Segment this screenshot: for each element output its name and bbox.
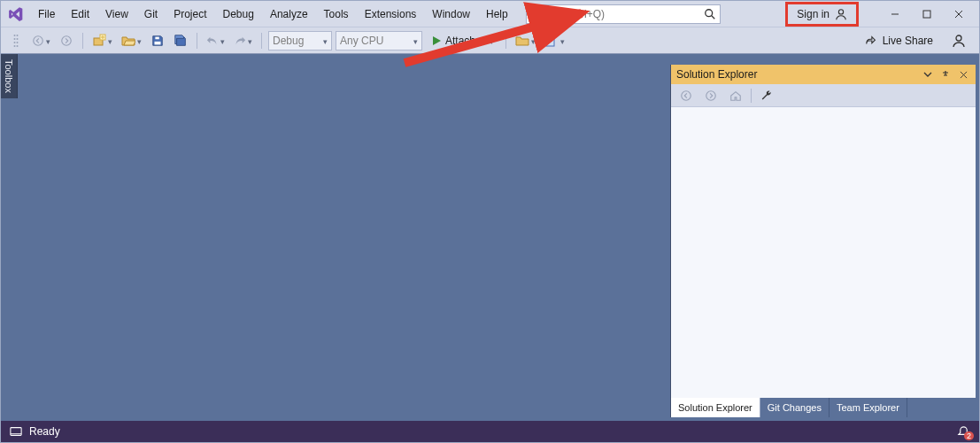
toolbox-tab[interactable]: Toolbox (1, 54, 18, 98)
panel-menu-icon[interactable] (921, 67, 935, 82)
chevron-down-icon (412, 35, 418, 47)
find-in-files-button[interactable] (542, 31, 567, 51)
chevron-down-icon (246, 35, 252, 47)
svg-point-10 (17, 38, 19, 40)
solution-platform-combo[interactable]: Any CPU (336, 31, 422, 51)
save-button[interactable] (148, 31, 167, 51)
maximize-button[interactable] (912, 4, 942, 25)
svg-point-13 (14, 45, 16, 47)
chevron-down-icon (559, 35, 565, 47)
sign-in-label: Sign in (797, 8, 830, 20)
new-project-button[interactable] (89, 31, 115, 51)
svg-line-1 (711, 15, 714, 19)
svg-point-16 (62, 35, 72, 45)
menu-help[interactable]: Help (479, 4, 515, 24)
panel-tab-strip: Solution Explorer Git Changes Team Explo… (671, 398, 976, 417)
solution-explorer-toolbar (671, 84, 976, 107)
toolbar-separator (505, 33, 506, 49)
svg-rect-4 (923, 11, 930, 18)
tab-solution-explorer[interactable]: Solution Explorer (671, 398, 760, 417)
svg-point-12 (17, 42, 19, 43)
chevron-down-icon (135, 35, 142, 47)
notification-count-badge: 2 (964, 431, 974, 440)
redo-button[interactable] (231, 31, 255, 51)
standard-toolbar: Debug Any CPU Attach... Live Share (1, 27, 979, 54)
notifications-button[interactable]: 2 (957, 425, 970, 439)
svg-point-15 (34, 35, 43, 45)
nav-back-button[interactable] (29, 31, 53, 51)
status-bar: Ready 2 (1, 421, 979, 442)
share-icon (865, 35, 877, 47)
live-share-label: Live Share (883, 35, 933, 47)
tab-git-changes[interactable]: Git Changes (760, 398, 830, 417)
menu-analyze[interactable]: Analyze (263, 4, 315, 24)
menu-bar: File Edit View Git Project Debug Analyze… (1, 1, 979, 27)
svg-rect-24 (548, 41, 552, 42)
chevron-down-icon (488, 35, 494, 47)
svg-point-30 (706, 90, 716, 100)
close-icon[interactable] (956, 67, 970, 82)
browse-button[interactable] (513, 31, 538, 51)
combo-value: Any CPU (340, 35, 383, 47)
menu-project[interactable]: Project (166, 4, 213, 24)
client-area: Toolbox Solution Explorer (1, 54, 979, 421)
menu-git[interactable]: Git (137, 4, 165, 24)
svg-point-29 (682, 90, 691, 100)
se-forward-button[interactable] (701, 86, 721, 105)
menu-debug[interactable]: Debug (216, 4, 261, 24)
chevron-down-icon (106, 35, 112, 47)
document-well (18, 54, 670, 421)
home-icon[interactable] (726, 86, 745, 105)
menu-extensions[interactable]: Extensions (358, 4, 424, 24)
search-icon (704, 8, 716, 20)
panel-titlebar[interactable]: Solution Explorer (671, 65, 976, 84)
tab-team-explorer[interactable]: Team Explorer (830, 398, 907, 417)
start-debug-button[interactable]: Attach... (426, 31, 499, 51)
toolbar-separator (197, 33, 197, 49)
start-label: Attach... (445, 35, 484, 47)
chevron-down-icon (529, 35, 536, 47)
menu-file[interactable]: File (31, 4, 62, 24)
se-back-button[interactable] (676, 86, 696, 105)
solution-explorer-panel: Solution Explorer (670, 65, 976, 417)
visual-studio-logo-icon (6, 4, 26, 24)
svg-rect-20 (155, 36, 158, 39)
menu-view[interactable]: View (98, 4, 135, 24)
minimize-button[interactable] (880, 4, 910, 25)
undo-button[interactable] (204, 31, 228, 51)
svg-point-14 (17, 45, 19, 47)
panel-title-label: Solution Explorer (676, 68, 757, 81)
person-icon (835, 8, 847, 20)
search-box[interactable] (526, 4, 721, 24)
solution-config-combo[interactable]: Debug (268, 31, 332, 51)
svg-point-9 (14, 38, 16, 40)
chevron-down-icon (44, 35, 50, 47)
menu-tools[interactable]: Tools (317, 4, 356, 24)
svg-point-2 (838, 9, 843, 13)
live-share-button[interactable]: Live Share (858, 35, 940, 47)
menu-window[interactable]: Window (425, 4, 477, 24)
svg-rect-19 (155, 41, 161, 44)
svg-point-25 (956, 35, 961, 41)
status-ready-label: Ready (29, 425, 60, 438)
svg-point-8 (17, 35, 19, 36)
open-file-button[interactable] (119, 31, 144, 51)
output-icon[interactable] (10, 425, 22, 438)
account-icon[interactable] (949, 31, 968, 51)
toolbar-separator (82, 33, 83, 49)
svg-rect-23 (548, 39, 552, 40)
search-input[interactable] (530, 8, 704, 20)
save-all-button[interactable] (171, 31, 190, 51)
play-icon (431, 35, 442, 46)
combo-value: Debug (273, 35, 304, 47)
close-button[interactable] (944, 4, 974, 25)
svg-point-7 (14, 35, 16, 36)
wrench-icon[interactable] (757, 86, 776, 105)
toolbar-separator (261, 33, 262, 49)
solution-explorer-tree[interactable] (671, 107, 976, 398)
grip-icon (6, 31, 26, 51)
nav-forward-button[interactable] (57, 31, 76, 51)
sign-in-button[interactable]: Sign in (785, 2, 859, 27)
pin-icon[interactable] (938, 67, 953, 82)
menu-edit[interactable]: Edit (64, 4, 96, 24)
